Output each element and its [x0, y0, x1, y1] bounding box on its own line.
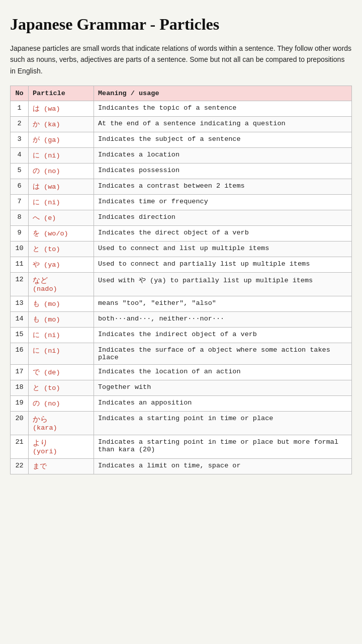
cell-no: 4: [11, 148, 29, 164]
cell-particle: から(kara): [29, 412, 94, 435]
table-row: 7に (ni)Indicates time or frequency: [11, 195, 352, 210]
cell-particle: に (ni): [29, 328, 94, 343]
cell-no: 10: [11, 242, 29, 257]
cell-no: 9: [11, 226, 29, 242]
cell-no: 2: [11, 117, 29, 132]
cell-no: 6: [11, 179, 29, 195]
cell-meaning: At the end of a sentence indicating a qu…: [94, 117, 352, 132]
cell-no: 11: [11, 257, 29, 273]
cell-no: 17: [11, 365, 29, 380]
cell-meaning: Together with: [94, 380, 352, 396]
cell-particle: に (ni): [29, 343, 94, 365]
table-row: 21より(yori)Indicates a starting point in …: [11, 435, 352, 459]
table-row: 14も (mo)both···and···, neither···nor···: [11, 312, 352, 328]
cell-particle: か (ka): [29, 117, 94, 132]
cell-particle: と (to): [29, 380, 94, 396]
table-row: 2か (ka)At the end of a sentence indicati…: [11, 117, 352, 132]
cell-particle: も (mo): [29, 312, 94, 328]
table-row: 16に (ni)Indicates the surface of a objec…: [11, 343, 352, 365]
cell-meaning: Used to connect and partially list up mu…: [94, 257, 352, 273]
cell-meaning: Indicantes the topic of a sentence: [94, 101, 352, 117]
cell-no: 16: [11, 343, 29, 365]
cell-particle: は (wa): [29, 101, 94, 117]
cell-meaning: Used to connect and list up multiple ite…: [94, 242, 352, 257]
cell-meaning: Indicates a location: [94, 148, 352, 164]
table-row: 15に (ni)Indicates the indirect object of…: [11, 328, 352, 343]
table-row: 1は (wa)Indicantes the topic of a sentenc…: [11, 101, 352, 117]
cell-particle: は (wa): [29, 179, 94, 195]
particle-kana: など: [33, 277, 48, 285]
cell-particle: の (no): [29, 396, 94, 412]
cell-meaning: Indicates direction: [94, 210, 352, 226]
cell-meaning: Indicates an apposition: [94, 396, 352, 412]
cell-meaning: Indicates possession: [94, 164, 352, 179]
header-particle: Particle: [29, 86, 94, 101]
cell-particle: に (ni): [29, 148, 94, 164]
cell-meaning: Indicates the subject of a sentence: [94, 132, 352, 148]
cell-no: 19: [11, 396, 29, 412]
cell-particle: に (ni): [29, 195, 94, 210]
table-row: 13も (mo)means "too", "either", "also": [11, 296, 352, 312]
cell-particle: まで: [29, 459, 94, 474]
cell-meaning: Indicates a contrast between 2 items: [94, 179, 352, 195]
table-row: 6は (wa)Indicates a contrast between 2 it…: [11, 179, 352, 195]
table-row: 9を (wo/o)Indicates the direct object of …: [11, 226, 352, 242]
table-row: 10と (to)Used to connect and list up mult…: [11, 242, 352, 257]
cell-no: 20: [11, 412, 29, 435]
table-row: 19の (no)Indicates an apposition: [11, 396, 352, 412]
table-row: 4に (ni)Indicates a location: [11, 148, 352, 164]
intro-text: Japanese particles are small words that …: [10, 43, 352, 76]
page-title: Japanese Grammar - Particles: [10, 15, 352, 34]
particle-kana: から: [33, 416, 48, 424]
cell-no: 12: [11, 273, 29, 296]
cell-meaning: Indicates the surface of a object where …: [94, 343, 352, 365]
cell-no: 14: [11, 312, 29, 328]
table-row: 22までIndicates a limit on time, space or: [11, 459, 352, 474]
particles-table: No Particle Meaning / usage 1は (wa)Indic…: [10, 86, 352, 474]
cell-meaning: Indicates the location of an action: [94, 365, 352, 380]
cell-particle: など(nado): [29, 273, 94, 296]
cell-no: 1: [11, 101, 29, 117]
particle-kana: より: [33, 439, 48, 448]
cell-meaning: means "too", "either", "also": [94, 296, 352, 312]
cell-no: 5: [11, 164, 29, 179]
cell-particle: より(yori): [29, 435, 94, 459]
cell-particle: で (de): [29, 365, 94, 380]
cell-particle: や (ya): [29, 257, 94, 273]
table-row: 11や (ya)Used to connect and partially li…: [11, 257, 352, 273]
cell-meaning: Indicates a starting point in time or pl…: [94, 435, 352, 459]
header-no: No: [11, 86, 29, 101]
cell-meaning: Indicates a limit on time, space or: [94, 459, 352, 474]
header-meaning: Meaning / usage: [94, 86, 352, 101]
cell-no: 21: [11, 435, 29, 459]
cell-no: 15: [11, 328, 29, 343]
cell-meaning: Indicates a starting point in time or pl…: [94, 412, 352, 435]
table-row: 8へ (e)Indicates direction: [11, 210, 352, 226]
cell-no: 22: [11, 459, 29, 474]
cell-particle: が (ga): [29, 132, 94, 148]
particle-romaji: (nado): [33, 285, 57, 293]
cell-no: 3: [11, 132, 29, 148]
table-row: 18と (to)Together with: [11, 380, 352, 396]
cell-meaning: Indicates the indirect object of a verb: [94, 328, 352, 343]
cell-meaning: Indicates time or frequency: [94, 195, 352, 210]
cell-meaning: both···and···, neither···nor···: [94, 312, 352, 328]
cell-particle: の (no): [29, 164, 94, 179]
cell-particle: を (wo/o): [29, 226, 94, 242]
cell-no: 13: [11, 296, 29, 312]
cell-particle: へ (e): [29, 210, 94, 226]
table-row: 12など(nado)Used with や (ya) to partially …: [11, 273, 352, 296]
cell-no: 8: [11, 210, 29, 226]
particle-romaji: (yori): [33, 448, 57, 455]
cell-no: 18: [11, 380, 29, 396]
particle-romaji: (kara): [33, 424, 57, 432]
table-row: 20から(kara)Indicates a starting point in …: [11, 412, 352, 435]
table-row: 3が (ga)Indicates the subject of a senten…: [11, 132, 352, 148]
table-row: 17で (de)Indicates the location of an act…: [11, 365, 352, 380]
cell-no: 7: [11, 195, 29, 210]
table-row: 5の (no)Indicates possession: [11, 164, 352, 179]
cell-meaning: Used with や (ya) to partially list up mu…: [94, 273, 352, 296]
cell-particle: も (mo): [29, 296, 94, 312]
cell-meaning: Indicates the direct object of a verb: [94, 226, 352, 242]
cell-particle: と (to): [29, 242, 94, 257]
